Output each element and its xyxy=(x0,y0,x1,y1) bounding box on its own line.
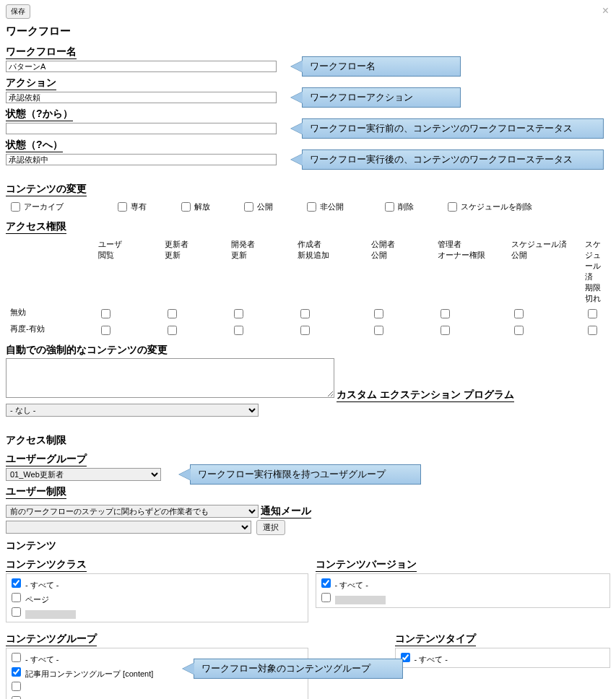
chk-class-page[interactable]: ページ xyxy=(9,591,305,605)
callout-workflow-name: ワークフロー名 xyxy=(302,56,461,77)
perm-disable-1[interactable] xyxy=(101,309,110,318)
chk-group-blank1[interactable] xyxy=(9,680,305,694)
chk-version-all[interactable]: - すべて - xyxy=(318,576,608,591)
chk-publish[interactable]: 公開 xyxy=(241,200,301,214)
perm-disable-3[interactable] xyxy=(234,309,243,318)
action-input[interactable] xyxy=(6,92,277,103)
chk-unpublish[interactable]: 非公開 xyxy=(304,200,379,214)
user-group-select[interactable]: 01_Web更新者 xyxy=(6,468,161,481)
label-content-change: コンテンツの変更 xyxy=(6,183,87,196)
label-notify-mail: 通知メール xyxy=(261,505,311,518)
label-content-version: コンテンツバージョン xyxy=(316,558,417,572)
label-user-group: ユーザーグループ xyxy=(6,453,87,466)
label-access-restrict: アクセス制限 xyxy=(6,434,610,447)
label-content-section: コンテンツ xyxy=(6,539,610,552)
label-custom-ext: カスタム エクステンション プログラム xyxy=(337,388,514,402)
callout-content-group: ワークフロー対象のコンテンツグループ xyxy=(194,659,403,679)
perm-disable-6[interactable] xyxy=(441,309,450,318)
chk-class-all[interactable]: - すべて - xyxy=(9,576,305,591)
custom-ext-select[interactable]: - なし - xyxy=(6,404,259,417)
content-class-list: - すべて - ページ xyxy=(6,573,308,622)
auto-force-textarea[interactable] xyxy=(6,358,334,398)
callout-state-from: ワークフロー実行前の、コンテンツのワークフローステータス xyxy=(302,118,604,139)
chk-delete-schedule[interactable]: スケジュールを削除 xyxy=(445,200,608,214)
perm-disable-2[interactable] xyxy=(168,309,177,318)
state-from-input[interactable] xyxy=(6,123,277,134)
notify-select-button[interactable]: 選択 xyxy=(256,520,285,535)
perm-reenable-5[interactable] xyxy=(374,326,383,335)
perm-reenable-2[interactable] xyxy=(168,326,177,335)
perm-row-disable: 無効 xyxy=(7,306,94,321)
label-content-group: コンテンツグループ xyxy=(6,633,97,646)
perm-reenable-3[interactable] xyxy=(234,326,243,335)
callout-action: ワークフローアクション xyxy=(302,87,461,108)
label-access-perm: アクセス権限 xyxy=(6,220,66,234)
label-content-class: コンテンツクラス xyxy=(6,558,87,572)
perm-reenable-1[interactable] xyxy=(101,326,110,335)
callout-state-to: ワークフロー実行後の、コンテンツのワークフローステータス xyxy=(302,149,604,170)
notify-mail-select[interactable] xyxy=(6,521,251,534)
workflow-name-input[interactable] xyxy=(6,61,277,72)
label-content-type: コンテンツタイプ xyxy=(395,633,476,646)
perm-disable-7[interactable] xyxy=(514,309,524,318)
chk-archive[interactable]: アーカイブ xyxy=(8,200,112,214)
chk-version-blank[interactable] xyxy=(318,591,608,605)
perm-disable-8[interactable] xyxy=(588,309,597,318)
label-user-restrict: ユーザー制限 xyxy=(6,485,66,499)
label-state-to: 状態（?へ） xyxy=(6,139,63,152)
perm-disable-4[interactable] xyxy=(300,309,310,318)
content-version-list: - すべて - xyxy=(316,573,611,608)
perm-reenable-7[interactable] xyxy=(514,326,524,335)
perm-disable-5[interactable] xyxy=(374,309,383,318)
callout-user-group: ワークフロー実行権限を持つユーザグループ xyxy=(190,464,421,485)
close-icon[interactable]: × xyxy=(602,4,609,17)
perm-reenable-4[interactable] xyxy=(300,326,310,335)
chk-class-blank[interactable] xyxy=(9,605,305,620)
label-workflow-name: ワークフロー名 xyxy=(6,45,77,59)
chk-release[interactable]: 解放 xyxy=(178,200,238,214)
save-button[interactable]: 保存 xyxy=(6,4,30,19)
label-action: アクション xyxy=(6,77,56,90)
label-state-from: 状態（?から） xyxy=(6,108,73,121)
perm-row-reenable: 再度-有効 xyxy=(7,323,94,338)
chk-group-blank2[interactable] xyxy=(9,694,305,699)
page-title: ワークフロー xyxy=(6,25,610,38)
chk-exclusive[interactable]: 専有 xyxy=(115,200,175,214)
perm-reenable-6[interactable] xyxy=(441,326,450,335)
content-type-list: - すべて - xyxy=(395,648,611,668)
label-auto-force: 自動での強制的なコンテンツの変更 xyxy=(6,344,610,357)
chk-type-all[interactable]: - すべて - xyxy=(398,651,608,665)
user-restrict-select[interactable]: 前のワークフローのステップに関わらずどの作業者でも xyxy=(6,505,259,518)
perm-reenable-8[interactable] xyxy=(588,326,597,335)
chk-delete[interactable]: 削除 xyxy=(382,200,442,214)
state-to-input[interactable] xyxy=(6,154,277,165)
